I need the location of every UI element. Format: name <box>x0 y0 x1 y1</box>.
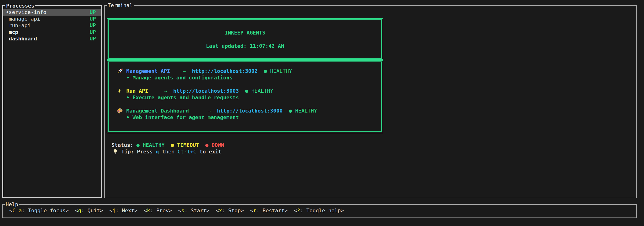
process-row-service-info[interactable]: •service-infoUP <box>3 9 101 16</box>
tip-line: Tip: Press q then Ctrl+C to exit <box>112 148 224 155</box>
shortcut-toggle-focus: <C-a: Toggle focus> <box>9 207 69 213</box>
process-row-dashboard[interactable]: dashboardUP <box>3 36 101 42</box>
shortcut-restart: <r: Restart> <box>250 207 288 213</box>
legend-healthy: HEALTHY <box>142 142 164 148</box>
healthy-dot-icon: ● <box>136 142 140 148</box>
service-health: HEALTHY <box>270 68 292 75</box>
service-name: Management API <box>126 68 170 75</box>
selected-marker <box>6 29 9 36</box>
service-description: • Execute agents and handle requests <box>109 94 381 101</box>
bullet-icon: • <box>126 75 129 81</box>
process-name: run-api <box>9 22 31 29</box>
processes-panel-title: Processes <box>5 3 35 9</box>
service-health: HEALTHY <box>252 88 273 94</box>
rocket-icon <box>117 68 124 74</box>
service-row-management-api: Management API → http://localhost:3002 ●… <box>109 68 381 75</box>
status-block: Status: ● HEALTHY ● TIMEOUT ● DOWN Tip: … <box>112 142 224 155</box>
shortcut-next: <j: Next> <box>109 207 138 213</box>
health-dot-icon: ● <box>289 108 292 114</box>
service-health: HEALTHY <box>295 108 317 114</box>
service-row-dashboard: Management Dashboard → http://localhost:… <box>109 108 381 114</box>
lightbulb-icon <box>112 149 118 155</box>
shortcut-stop: <x: Stop> <box>216 207 244 213</box>
header-box: INKEEP AGENTS Last updated: 11:07:42 AM <box>107 18 384 60</box>
process-row-mcp[interactable]: mcpUP <box>3 29 101 36</box>
process-name: manage-api <box>9 16 40 22</box>
lightning-icon <box>117 88 124 94</box>
bullet-icon: • <box>126 114 129 120</box>
palette-icon <box>117 108 124 114</box>
process-name: service-info <box>9 9 46 16</box>
health-dot-icon: ● <box>264 68 267 75</box>
process-status-badge: UP <box>90 9 96 16</box>
service-name: Run API <box>126 88 148 94</box>
process-status-badge: UP <box>90 22 96 29</box>
status-label: Status: <box>112 142 134 148</box>
service-url[interactable]: http://localhost:3000 <box>217 108 282 114</box>
process-status-badge: UP <box>90 36 96 42</box>
selected-marker <box>6 22 9 29</box>
down-dot-icon: ● <box>205 142 208 148</box>
timeout-dot-icon: ● <box>171 142 174 148</box>
arrow-icon: → <box>164 88 167 94</box>
terminal-panel-title: Terminal <box>107 2 134 9</box>
app-title: INKEEP AGENTS <box>109 30 381 36</box>
process-row-manage-api[interactable]: manage-apiUP <box>3 16 101 22</box>
tip-key-q: q <box>156 148 159 155</box>
bullet-icon: • <box>126 95 129 100</box>
arrow-icon: → <box>208 108 210 114</box>
health-dot-icon: ● <box>245 88 248 94</box>
service-url[interactable]: http://localhost:3002 <box>192 68 258 75</box>
service-url[interactable]: http://localhost:3003 <box>173 88 239 94</box>
shortcut-start: <s: Start> <box>178 207 210 213</box>
process-name: dashboard <box>9 36 37 42</box>
help-panel: Help <C-a: Toggle focus> <q: Quit> <j: N… <box>2 204 637 218</box>
legend-down: DOWN <box>212 142 224 148</box>
service-name: Management Dashboard <box>126 108 189 114</box>
shortcut-toggle-help: <?: Toggle help> <box>294 207 344 213</box>
processes-panel[interactable]: Processes •service-infoUP manage-apiUP r… <box>2 5 102 198</box>
shortcut-prev: <k: Prev> <box>144 207 172 213</box>
services-box: Management API → http://localhost:3002 ●… <box>107 60 384 133</box>
terminal-panel[interactable]: Terminal INKEEP AGENTS Last updated: 11:… <box>104 5 637 198</box>
last-updated: Last updated: 11:07:42 AM <box>109 43 381 49</box>
process-status-badge: UP <box>90 29 96 36</box>
legend-timeout: TIMEOUT <box>177 142 199 148</box>
shortcut-quit: <q: Quit> <box>75 207 103 213</box>
process-list: •service-infoUP manage-apiUP run-apiUP m… <box>3 9 101 42</box>
arrow-icon: → <box>182 68 186 75</box>
help-shortcuts: <C-a: Toggle focus> <q: Quit> <j: Next> … <box>3 205 636 214</box>
service-description: • Manage agents and configurations <box>109 75 381 81</box>
service-description: • Web interface for agent management <box>109 114 381 121</box>
tip-key-ctrl-c: Ctrl+C <box>178 148 196 155</box>
help-panel-title: Help <box>5 201 19 208</box>
service-row-run-api: Run API → http://localhost:3003 ● HEALTH… <box>109 88 381 94</box>
process-name: mcp <box>9 29 18 36</box>
selected-marker <box>6 16 9 22</box>
selected-marker: • <box>6 9 9 16</box>
selected-marker <box>6 36 9 42</box>
process-status-badge: UP <box>90 16 96 22</box>
status-legend: Status: ● HEALTHY ● TIMEOUT ● DOWN <box>112 142 224 148</box>
tip-label: Tip: <box>121 148 134 155</box>
process-row-run-api[interactable]: run-apiUP <box>3 22 101 29</box>
